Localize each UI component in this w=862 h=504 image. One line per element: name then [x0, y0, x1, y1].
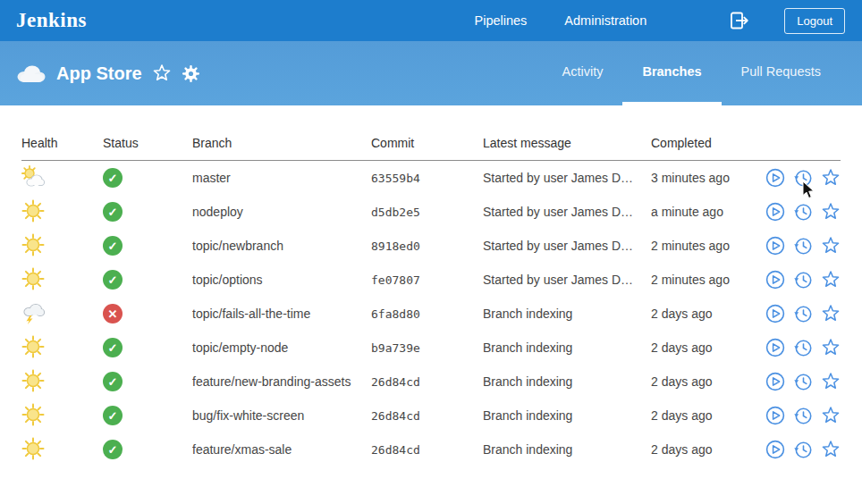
branch-row[interactable]: ✓ topic/newbranch 8918ed0 Started by use…: [21, 229, 841, 263]
completed-time: 3 minutes ago: [651, 171, 762, 185]
run-button[interactable]: [765, 236, 785, 256]
status-icon: ✓: [103, 270, 123, 290]
status-icon: ✓: [103, 338, 123, 357]
branch-name: topic/empty-node: [192, 340, 371, 355]
favorite-star-icon[interactable]: [152, 63, 172, 83]
health-icon: [21, 199, 45, 223]
latest-message: Branch indexing: [483, 408, 651, 423]
jenkins-logo[interactable]: Jenkins: [16, 9, 87, 32]
pipeline-header: App Store Ac: [0, 41, 862, 105]
run-button[interactable]: [765, 406, 785, 425]
top-nav-links: PipelinesAdministration: [475, 13, 647, 28]
branch-row[interactable]: ✓ master 63559b4 Started by user James D…: [21, 161, 841, 195]
branch-row[interactable]: ✓ bug/fix-white-screen 26d84cd Branch in…: [21, 399, 841, 433]
tab-activity[interactable]: Activity: [543, 41, 623, 105]
completed-time: 2 days ago: [651, 408, 762, 423]
run-button[interactable]: [765, 440, 785, 459]
commit-hash: 6fa8d80: [371, 307, 483, 321]
run-button[interactable]: [765, 338, 785, 357]
favorite-button[interactable]: [821, 236, 841, 256]
completed-time: 2 days ago: [651, 442, 762, 457]
completed-time: 2 days ago: [651, 307, 762, 321]
latest-message: Branch indexing: [483, 307, 651, 321]
branch-row[interactable]: ✓ feature/new-branding-assets 26d84cd Br…: [21, 365, 841, 399]
exit-icon[interactable]: [729, 11, 750, 30]
favorite-button[interactable]: [821, 440, 841, 459]
health-icon: [21, 233, 45, 256]
history-button[interactable]: [793, 236, 813, 256]
nav-link-pipelines[interactable]: Pipelines: [475, 13, 528, 28]
history-button[interactable]: [793, 270, 813, 290]
history-button[interactable]: [793, 304, 813, 323]
run-button[interactable]: [765, 304, 785, 323]
status-icon: ✓: [103, 440, 123, 459]
history-button[interactable]: [793, 168, 813, 188]
branch-name: nodeploy: [192, 205, 371, 219]
status-icon: ✕: [103, 304, 123, 323]
pipeline-tabs: ActivityBranchesPull Requests: [543, 41, 841, 105]
run-button[interactable]: [765, 202, 785, 222]
branch-row[interactable]: ✓ feature/xmas-sale 26d84cd Branch index…: [21, 433, 841, 466]
health-icon: [21, 403, 45, 426]
weather-cloud-icon: [14, 63, 46, 85]
favorite-button[interactable]: [821, 304, 841, 323]
branch-name: topic/fails-all-the-time: [192, 307, 371, 321]
health-icon: [21, 165, 45, 189]
col-message: Latest message: [483, 136, 651, 150]
health-icon: [21, 369, 45, 392]
branch-name: feature/new-branding-assets: [192, 374, 371, 389]
status-icon: ✓: [103, 168, 123, 188]
commit-hash: 26d84cd: [371, 409, 483, 423]
tab-pull-requests[interactable]: Pull Requests: [722, 41, 841, 105]
favorite-button[interactable]: [821, 406, 841, 425]
branch-name: feature/xmas-sale: [192, 442, 371, 457]
history-button[interactable]: [793, 406, 813, 425]
commit-hash: 8918ed0: [371, 239, 483, 253]
health-icon: [21, 267, 45, 290]
logout-button[interactable]: Logout: [784, 8, 845, 34]
completed-time: 2 minutes ago: [651, 273, 762, 287]
branch-row[interactable]: ✓ topic/options fe07807 Started by user …: [21, 263, 841, 297]
nav-link-administration[interactable]: Administration: [564, 13, 646, 28]
latest-message: Started by user James Dum…: [483, 171, 651, 185]
health-icon: [21, 335, 45, 358]
table-header: Health Status Branch Commit Latest messa…: [21, 136, 841, 161]
pipeline-title: App Store: [56, 63, 142, 84]
col-health: Health: [21, 136, 103, 150]
branch-row[interactable]: ✓ nodeploy d5db2e5 Started by user James…: [21, 195, 841, 229]
run-button[interactable]: [765, 168, 785, 188]
latest-message: Branch indexing: [483, 340, 651, 355]
health-icon: [21, 437, 45, 460]
history-button[interactable]: [793, 202, 813, 222]
col-status: Status: [103, 136, 192, 150]
favorite-button[interactable]: [821, 202, 841, 222]
col-commit: Commit: [371, 136, 483, 150]
tab-branches[interactable]: Branches: [622, 41, 721, 105]
branch-name: master: [192, 171, 371, 185]
completed-time: 2 days ago: [651, 340, 762, 355]
branch-row[interactable]: ✕ topic/fails-all-the-time 6fa8d80 Branc…: [21, 297, 841, 331]
status-icon: ✓: [103, 202, 123, 222]
commit-hash: 26d84cd: [371, 375, 483, 389]
history-button[interactable]: [793, 440, 813, 459]
latest-message: Started by user James Dum…: [483, 205, 651, 219]
run-button[interactable]: [765, 270, 785, 290]
completed-time: 2 minutes ago: [651, 239, 762, 253]
favorite-button[interactable]: [821, 168, 841, 188]
commit-hash: b9a739e: [371, 341, 483, 355]
branches-table-body: ✓ master 63559b4 Started by user James D…: [21, 161, 841, 466]
branches-content: Health Status Branch Commit Latest messa…: [0, 105, 862, 466]
branch-row[interactable]: ✓ topic/empty-node b9a739e Branch indexi…: [21, 331, 841, 365]
history-button[interactable]: [793, 338, 813, 357]
latest-message: Started by user James Dum…: [483, 273, 651, 287]
gear-icon[interactable]: [182, 64, 200, 83]
status-icon: ✓: [103, 406, 123, 425]
col-branch: Branch: [192, 136, 371, 150]
run-button[interactable]: [765, 372, 785, 391]
history-button[interactable]: [793, 372, 813, 391]
commit-hash: fe07807: [371, 273, 483, 287]
favorite-button[interactable]: [821, 372, 841, 391]
favorite-button[interactable]: [821, 270, 841, 290]
health-icon: [21, 301, 45, 324]
favorite-button[interactable]: [821, 338, 841, 357]
